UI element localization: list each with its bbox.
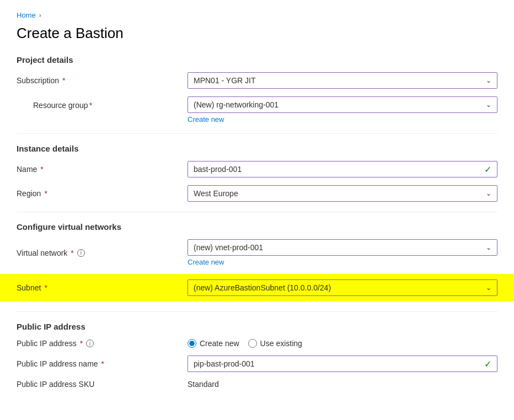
subnet-select[interactable]: (new) AzureBastionSubnet (10.0.0.0/24) xyxy=(188,280,497,295)
public-ip-name-input-wrapper: ✓ xyxy=(188,356,497,372)
public-ip-sku-label-col: Public IP address SKU xyxy=(17,380,188,389)
resource-group-row: Resource group * (New) rg-networking-001… xyxy=(33,96,497,123)
subscription-label: Subscription xyxy=(17,76,59,85)
section-public-ip: Public IP address xyxy=(17,322,497,331)
public-ip-control-col: Create new Use existing xyxy=(188,339,497,348)
breadcrumb-home[interactable]: Home xyxy=(17,11,36,19)
public-ip-info-icon[interactable]: i xyxy=(86,340,94,347)
name-label: Name xyxy=(17,165,37,174)
public-ip-name-check-icon: ✓ xyxy=(484,359,491,369)
name-control-col: ✓ xyxy=(188,161,497,177)
resource-group-create-new-link[interactable]: Create new xyxy=(188,115,224,123)
radio-use-existing-input[interactable] xyxy=(248,339,257,348)
vnet-control-col: (new) vnet-prod-001 ⌄ Create new xyxy=(188,239,497,266)
name-required: * xyxy=(40,165,43,174)
breadcrumb-separator: › xyxy=(39,12,41,19)
vnet-create-new-link[interactable]: Create new xyxy=(188,258,224,266)
subnet-label-col: Subnet * xyxy=(17,283,188,292)
public-ip-required: * xyxy=(80,339,83,348)
region-select[interactable]: West Europe xyxy=(188,186,497,201)
name-check-icon: ✓ xyxy=(484,164,491,175)
section-project-details: Project details xyxy=(17,55,497,64)
section-configure-vnet: Configure virtual networks xyxy=(17,222,497,231)
subnet-label: Subnet xyxy=(17,283,41,292)
public-ip-name-label: Public IP address name xyxy=(17,359,98,368)
resource-group-control: (New) rg-networking-001 ⌄ Create new xyxy=(188,96,497,123)
region-label: Region xyxy=(17,189,41,198)
region-row: Region * West Europe ⌄ xyxy=(17,185,497,202)
public-ip-name-label-col: Public IP address name * xyxy=(17,359,188,368)
subnet-highlighted-section: Subnet * (new) AzureBastionSubnet (10.0.… xyxy=(0,274,514,301)
name-label-col: Name * xyxy=(17,165,188,174)
public-ip-sku-row: Public IP address SKU Standard xyxy=(17,380,497,389)
vnet-info-icon[interactable]: i xyxy=(77,249,85,257)
subnet-control-col: (new) AzureBastionSubnet (10.0.0.0/24) ⌄ xyxy=(188,279,497,296)
subscription-row: Subscription * MPN01 - YGR JIT ⌄ xyxy=(17,72,497,89)
public-ip-name-control-col: ✓ xyxy=(188,356,497,372)
vnet-label-col: Virtual network * i xyxy=(17,249,188,257)
subscription-control-col: MPN01 - YGR JIT ⌄ xyxy=(188,72,497,89)
subscription-select[interactable]: MPN01 - YGR JIT xyxy=(188,73,497,88)
public-ip-sku-label: Public IP address SKU xyxy=(17,380,94,389)
subscription-required: * xyxy=(62,76,65,85)
vnet-required: * xyxy=(71,249,73,257)
public-ip-row: Public IP address * i Create new Use exi… xyxy=(17,339,497,348)
public-ip-sku-value-col: Standard xyxy=(188,380,497,389)
divider-1 xyxy=(17,133,497,134)
breadcrumb: Home › xyxy=(17,11,497,19)
resource-group-label: Resource group xyxy=(33,101,88,110)
resource-group-select-wrapper: (New) rg-networking-001 ⌄ xyxy=(188,96,497,113)
public-ip-radio-group: Create new Use existing xyxy=(188,339,497,348)
region-label-col: Region * xyxy=(17,189,188,198)
region-required: * xyxy=(44,189,47,198)
divider-3 xyxy=(17,311,497,312)
public-ip-label-col: Public IP address * i xyxy=(17,339,188,348)
public-ip-name-required: * xyxy=(101,359,104,368)
name-input-wrapper: ✓ xyxy=(188,161,497,177)
subscription-select-wrapper: MPN01 - YGR JIT ⌄ xyxy=(188,72,497,89)
page-title: Create a Bastion xyxy=(17,25,497,42)
vnet-select-wrapper: (new) vnet-prod-001 ⌄ xyxy=(188,239,497,256)
divider-2 xyxy=(17,212,497,212)
radio-create-new-label: Create new xyxy=(200,339,239,348)
region-control-col: West Europe ⌄ xyxy=(188,185,497,202)
subnet-required: * xyxy=(44,283,47,292)
vnet-select[interactable]: (new) vnet-prod-001 xyxy=(188,240,497,255)
name-row: Name * ✓ xyxy=(17,161,497,177)
vnet-label: Virtual network xyxy=(17,249,67,257)
radio-use-existing-label: Use existing xyxy=(260,339,302,348)
name-input[interactable] xyxy=(188,161,480,177)
public-ip-name-input[interactable] xyxy=(188,356,480,371)
region-select-wrapper: West Europe ⌄ xyxy=(188,185,497,202)
public-ip-sku-value: Standard xyxy=(188,380,219,389)
public-ip-name-row: Public IP address name * ✓ xyxy=(17,356,497,372)
section-instance-details: Instance details xyxy=(17,144,497,153)
resource-group-select[interactable]: (New) rg-networking-001 xyxy=(188,97,497,112)
radio-create-new-option[interactable]: Create new xyxy=(188,339,239,348)
resource-group-required: * xyxy=(89,101,92,110)
subnet-row: Subnet * (new) AzureBastionSubnet (10.0.… xyxy=(17,279,497,296)
subscription-label-col: Subscription * xyxy=(17,76,188,85)
radio-use-existing-option[interactable]: Use existing xyxy=(248,339,302,348)
subnet-select-wrapper: (new) AzureBastionSubnet (10.0.0.0/24) ⌄ xyxy=(188,279,497,296)
radio-create-new-input[interactable] xyxy=(188,339,196,348)
public-ip-label: Public IP address xyxy=(17,339,77,348)
vnet-row: Virtual network * i (new) vnet-prod-001 … xyxy=(17,239,497,266)
